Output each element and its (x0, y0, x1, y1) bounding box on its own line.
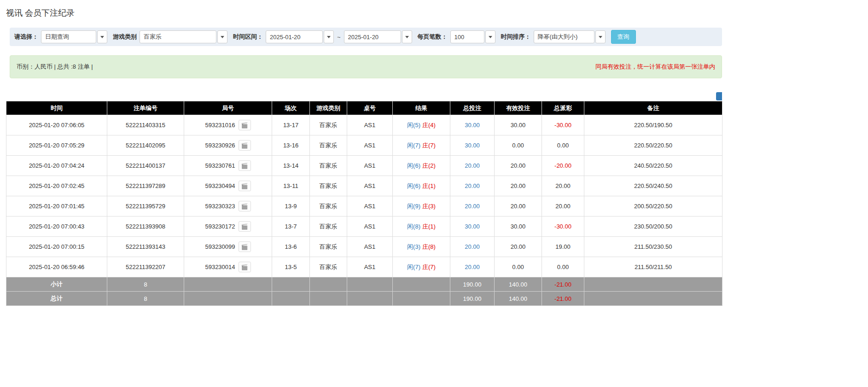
col-header-table: 桌号 (347, 101, 393, 115)
result-player: 闲(3) (407, 243, 420, 250)
subtotal-empty-cell (347, 277, 393, 292)
per-page-dropdown-button[interactable] (485, 30, 495, 43)
cell-table-no: AS1 (347, 156, 393, 176)
subtotal-payout: -21.00 (542, 277, 584, 292)
total-bet-link[interactable]: 20.00 (465, 264, 480, 270)
result-player: 闲(9) (407, 203, 420, 210)
round-number: 593230926 (205, 142, 235, 149)
caret-down-icon (100, 36, 104, 38)
result-player: 闲(8) (407, 223, 420, 230)
cell-session: 13-16 (272, 135, 310, 156)
cell-total-bet: 20.00 (450, 257, 495, 277)
date-to-input[interactable] (344, 30, 401, 43)
game-type-combo (140, 30, 227, 43)
cell-session: 13-7 (272, 217, 310, 237)
total-bet-link[interactable]: 30.00 (465, 122, 480, 129)
total-valid-bet: 140.00 (495, 292, 542, 306)
round-replay-button[interactable]: 🎬 (239, 241, 251, 252)
sort-order-dropdown-button[interactable] (595, 30, 606, 43)
cell-bet-id: 522211392207 (107, 257, 184, 277)
date-to-dropdown-button[interactable] (402, 30, 412, 43)
per-page-label: 每页笔数： (418, 33, 448, 41)
date-range-separator: ~ (337, 34, 341, 41)
cell-remark: 211.50/211.50 (584, 257, 722, 277)
round-number: 593230172 (205, 223, 235, 230)
query-type-input[interactable] (41, 30, 96, 43)
total-total-bet: 190.00 (450, 292, 495, 306)
total-bet-link[interactable]: 20.00 (465, 182, 480, 189)
result-banker: 庄(7) (422, 264, 436, 270)
round-replay-button[interactable]: 🎬 (239, 181, 251, 191)
cell-game-type: 百家乐 (310, 257, 347, 277)
date-to-combo (344, 30, 412, 43)
total-empty-cell (584, 292, 722, 306)
round-replay-button[interactable]: 🎬 (239, 160, 251, 171)
cell-time: 2025-01-20 07:00:15 (6, 237, 107, 257)
cell-time: 2025-01-20 07:01:45 (6, 196, 107, 217)
cell-remark: 220.50/220.50 (584, 135, 722, 156)
video-replay-icon: 🎬 (241, 264, 248, 270)
total-bet-link[interactable]: 30.00 (465, 142, 480, 149)
game-type-dropdown-button[interactable] (217, 30, 227, 43)
cell-table-no: AS1 (347, 217, 393, 237)
cell-total-bet: 30.00 (450, 135, 495, 156)
cell-round: 593231016 🎬 (184, 115, 272, 135)
cell-session: 13-14 (272, 156, 310, 176)
result-player: 闲(7) (407, 264, 420, 270)
table-row: 2025-01-20 06:59:46 522211392207 5932300… (6, 257, 722, 277)
date-from-dropdown-button[interactable] (324, 30, 334, 43)
total-bet-link[interactable]: 20.00 (465, 162, 480, 169)
sort-order-input[interactable] (534, 30, 594, 43)
cell-session: 13-17 (272, 115, 310, 135)
caret-down-icon (489, 36, 492, 38)
cell-remark: 230.50/200.50 (584, 217, 722, 237)
round-replay-button[interactable]: 🎬 (239, 201, 251, 211)
sort-order-combo (534, 30, 606, 43)
video-replay-icon: 🎬 (241, 204, 248, 209)
date-from-input[interactable] (266, 30, 323, 43)
cell-total-bet: 20.00 (450, 156, 495, 176)
result-player: 闲(6) (407, 182, 420, 189)
summary-bar: 币别：人民币 | 总共 :8 注单 | 同局有效投注，统一计算在该局第一张注单内 (10, 55, 722, 78)
cell-payout: 19.00 (542, 237, 584, 257)
game-type-label: 游戏类别 (113, 33, 137, 41)
valid-bet-notice-text: 同局有效投注，统一计算在该局第一张注单内 (595, 63, 715, 71)
round-replay-button[interactable]: 🎬 (239, 221, 251, 232)
cell-time: 2025-01-20 07:06:05 (6, 115, 107, 135)
cell-result: 闲(3)庄(8) (393, 237, 450, 257)
cell-payout: 20.00 (542, 176, 584, 196)
table-row: 2025-01-20 07:01:45 522211395729 5932303… (6, 196, 722, 217)
table-row: 2025-01-20 07:00:15 522211393143 5932300… (6, 237, 722, 257)
total-bet-link[interactable]: 30.00 (465, 223, 480, 230)
video-replay-icon: 🎬 (241, 183, 248, 189)
cell-remark: 200.50/220.50 (584, 196, 722, 217)
side-toolbar-partial-button[interactable] (716, 92, 722, 100)
result-banker: 庄(2) (422, 162, 436, 169)
search-button[interactable]: 查询 (611, 30, 636, 44)
result-banker: 庄(1) (422, 182, 436, 189)
sort-order-label: 时间排序： (501, 33, 531, 41)
game-type-input[interactable] (140, 30, 216, 43)
col-header-remark: 备注 (584, 101, 722, 115)
subtotal-empty-cell (393, 277, 450, 292)
caret-down-icon (405, 36, 409, 38)
total-label: 总计 (6, 292, 107, 306)
round-replay-button[interactable]: 🎬 (239, 140, 251, 151)
table-header-row: 时间 注单编号 局号 场次 游戏类别 桌号 结果 总投注 有效投注 总派彩 备注 (6, 101, 722, 115)
total-bet-link[interactable]: 20.00 (465, 243, 480, 250)
col-header-bet-id: 注单编号 (107, 101, 184, 115)
per-page-input[interactable] (450, 30, 484, 43)
query-type-label: 请选择： (14, 33, 38, 41)
subtotal-valid-bet: 140.00 (495, 277, 542, 292)
cell-total-bet: 20.00 (450, 196, 495, 217)
video-replay-icon: 🎬 (241, 224, 248, 229)
cell-valid-bet: 20.00 (495, 237, 542, 257)
total-bet-link[interactable]: 20.00 (465, 203, 480, 210)
query-type-dropdown-button[interactable] (97, 30, 107, 43)
cell-game-type: 百家乐 (310, 196, 347, 217)
col-header-total-bet: 总投注 (450, 101, 495, 115)
filter-bar: 请选择： 游戏类别 时间区间： ~ 每页笔数： (10, 28, 722, 46)
bets-table: 时间 注单编号 局号 场次 游戏类别 桌号 结果 总投注 有效投注 总派彩 备注… (6, 101, 722, 306)
round-replay-button[interactable]: 🎬 (239, 120, 251, 130)
round-replay-button[interactable]: 🎬 (239, 262, 251, 272)
